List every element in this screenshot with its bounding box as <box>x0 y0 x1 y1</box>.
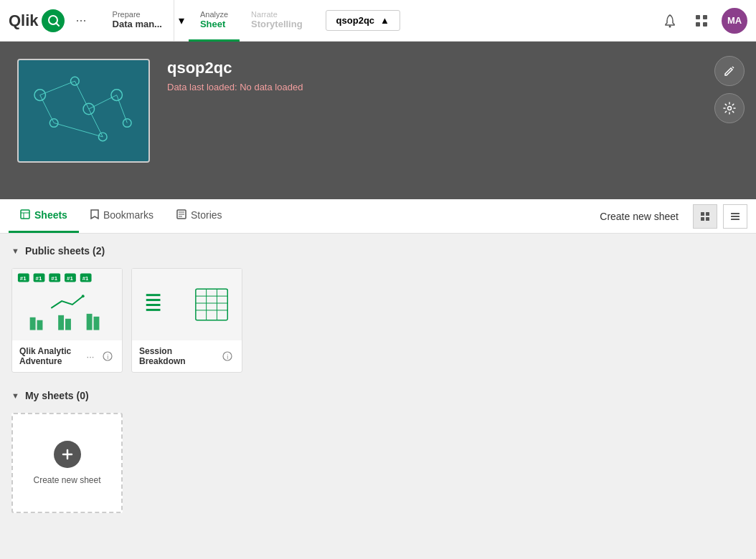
sheet-1-name: Qlik Analytic Adventure <box>19 346 83 366</box>
tab-sheets[interactable]: Sheets <box>9 199 79 233</box>
app-selector-chevron: ▲ <box>380 15 389 26</box>
sheet-2-info-button[interactable]: i <box>220 349 235 363</box>
tab-stories[interactable]: Stories <box>165 199 234 233</box>
sheet-2-thumbnail <box>132 269 242 340</box>
svg-text:#1: #1 <box>36 275 42 282</box>
app-selector[interactable]: qsop2qc ▲ <box>326 10 400 31</box>
svg-text:#1: #1 <box>51 275 57 282</box>
top-nav: Qlik ··· Prepare Data man... ▾ Analyze S… <box>0 0 756 42</box>
tab-bookmarks-label: Bookmarks <box>103 209 153 221</box>
stories-tab-icon <box>176 209 186 221</box>
svg-rect-33 <box>706 217 709 221</box>
svg-point-2 <box>669 25 671 27</box>
prepare-chevron-icon: ▾ <box>179 14 184 27</box>
sheet-1-thumbnail: #1 #1 #1 #1 #1 <box>12 269 122 340</box>
public-sheets-label: Public sheets (2) <box>25 245 105 257</box>
app-selector-name: qsop2qc <box>336 15 374 26</box>
sheet-1-actions: ··· i <box>83 349 115 363</box>
svg-text:#1: #1 <box>82 275 89 282</box>
edit-app-button[interactable] <box>714 56 745 86</box>
tab-sheets-label: Sheets <box>34 209 67 221</box>
app-header: qsop2qc Data last loaded: No data loaded <box>0 42 756 199</box>
public-sheets-header[interactable]: ▼ Public sheets (2) <box>11 245 745 257</box>
tabs-bar: Sheets Bookmarks Stories Create new shee… <box>0 199 756 234</box>
header-actions <box>714 56 745 123</box>
user-initials: MA <box>727 15 742 26</box>
analyze-label-top: Analyze <box>200 10 228 19</box>
svg-text:i: i <box>107 353 108 360</box>
svg-rect-53 <box>94 317 100 330</box>
sheet-1-info-button[interactable]: i <box>100 349 115 363</box>
svg-line-1 <box>56 23 59 26</box>
svg-rect-32 <box>701 217 704 221</box>
my-sheets-label: My sheets (0) <box>25 390 89 401</box>
public-sheets-grid: #1 #1 #1 #1 #1 <box>11 268 745 373</box>
qlik-logo[interactable]: Qlik <box>9 9 65 32</box>
svg-rect-50 <box>58 315 64 330</box>
sheet-2-name: Session Breakdown <box>139 346 220 366</box>
svg-text:#1: #1 <box>67 275 73 282</box>
app-data-status: Data last loaded: No data loaded <box>167 82 303 92</box>
prepare-dropdown-button[interactable]: ▾ <box>174 0 189 42</box>
svg-rect-6 <box>703 22 707 27</box>
svg-rect-30 <box>701 212 704 216</box>
public-sheets-chevron-icon: ▼ <box>11 247 19 255</box>
notifications-button[interactable] <box>658 9 681 32</box>
svg-rect-48 <box>30 317 36 330</box>
svg-rect-57 <box>146 299 161 301</box>
svg-rect-52 <box>87 314 93 330</box>
app-settings-button[interactable] <box>714 93 745 123</box>
my-sheets-header[interactable]: ▼ My sheets (0) <box>11 390 745 401</box>
my-sheets-grid: Create new sheet <box>11 413 745 513</box>
prepare-label-bottom: Data man... <box>113 19 162 29</box>
narrate-label-top: Narrate <box>251 10 303 19</box>
qlik-wordmark: Qlik <box>9 11 39 30</box>
svg-rect-31 <box>706 212 709 216</box>
narrate-label-bottom: Storytelling <box>251 19 303 29</box>
analyze-label-bottom: Sheet <box>200 19 228 29</box>
logo-area: Qlik <box>9 9 65 32</box>
sheet-1-footer: Qlik Analytic Adventure ··· i <box>12 340 122 372</box>
sheet-card-2[interactable]: Session Breakdown i <box>131 268 242 373</box>
prepare-label-top: Prepare <box>113 10 162 19</box>
sheet-2-footer: Session Breakdown i <box>132 340 242 372</box>
sheet-2-actions: i <box>220 349 235 363</box>
tabs-right: Create new sheet <box>591 199 747 233</box>
prepare-section: Prepare Data man... ▾ <box>101 0 189 42</box>
more-options-button[interactable]: ··· <box>76 13 87 28</box>
sheet-1-more-button[interactable]: ··· <box>83 349 98 363</box>
svg-rect-23 <box>21 210 29 219</box>
svg-rect-34 <box>731 213 740 214</box>
apps-grid-button[interactable] <box>690 9 713 32</box>
user-avatar[interactable]: MA <box>722 8 747 34</box>
my-sheets-chevron-icon: ▼ <box>11 391 19 400</box>
svg-rect-49 <box>37 320 43 330</box>
svg-text:#1: #1 <box>20 275 27 282</box>
app-selector-pill[interactable]: qsop2qc ▲ <box>326 10 400 31</box>
prepare-nav-item[interactable]: Prepare Data man... <box>101 0 174 42</box>
svg-rect-56 <box>146 294 161 296</box>
svg-rect-4 <box>703 15 707 19</box>
create-new-sheet-card[interactable]: Create new sheet <box>11 413 123 513</box>
create-plus-icon <box>54 441 81 468</box>
sheets-tab-icon <box>20 209 30 221</box>
svg-rect-60 <box>196 289 227 320</box>
grid-view-button[interactable] <box>693 204 717 229</box>
svg-rect-51 <box>65 319 71 330</box>
create-sheet-card-label: Create new sheet <box>33 475 100 485</box>
qlik-q-icon <box>42 9 65 32</box>
svg-rect-58 <box>146 304 161 306</box>
svg-point-22 <box>728 107 732 110</box>
tab-bookmarks[interactable]: Bookmarks <box>79 199 165 233</box>
svg-text:i: i <box>227 353 228 360</box>
sheets-content: ▼ Public sheets (2) #1 #1 #1 #1 #1 <box>0 234 756 559</box>
analyze-nav-item[interactable]: Analyze Sheet <box>189 0 240 42</box>
svg-rect-59 <box>146 309 161 311</box>
create-sheet-header-button[interactable]: Create new sheet <box>591 211 687 222</box>
nav-right: MA <box>658 8 747 34</box>
svg-rect-3 <box>696 15 700 19</box>
narrate-nav-item[interactable]: Narrate Storytelling <box>240 0 314 42</box>
app-thumbnail <box>17 59 150 163</box>
list-view-button[interactable] <box>723 204 747 229</box>
sheet-card-1[interactable]: #1 #1 #1 #1 #1 <box>11 268 123 373</box>
